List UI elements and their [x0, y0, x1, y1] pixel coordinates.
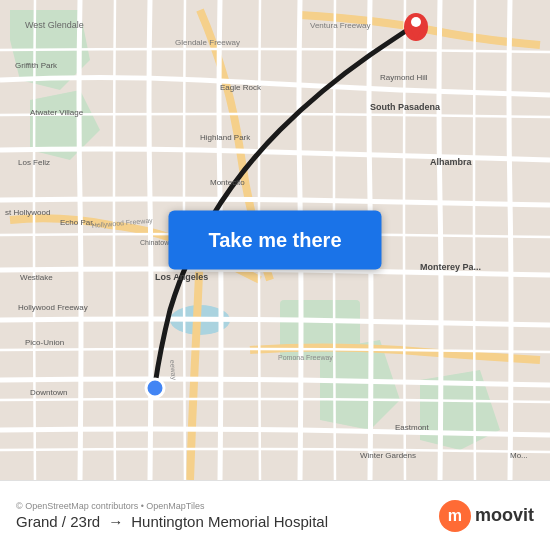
take-me-there-button[interactable]: Take me there: [168, 211, 381, 270]
route-arrow-icon: →: [108, 513, 123, 530]
svg-text:Montecito: Montecito: [210, 178, 245, 187]
footer-left: © OpenStreetMap contributors • OpenMapTi…: [16, 501, 328, 530]
svg-text:Los Angeles: Los Angeles: [155, 272, 208, 282]
destination-label: Huntington Memorial Hospital: [131, 513, 328, 530]
moovit-logo: m moovit: [439, 500, 534, 532]
svg-text:Winter Gardens: Winter Gardens: [360, 451, 416, 460]
svg-text:Raymond Hill: Raymond Hill: [380, 73, 428, 82]
svg-text:Atwater Village: Atwater Village: [30, 108, 84, 117]
route-info: Grand / 23rd → Huntington Memorial Hospi…: [16, 513, 328, 530]
svg-text:Mo...: Mo...: [510, 451, 528, 460]
svg-text:Glendale Freeway: Glendale Freeway: [175, 38, 240, 47]
svg-text:Alhambra: Alhambra: [430, 157, 473, 167]
svg-text:Los Feliz: Los Feliz: [18, 158, 50, 167]
svg-text:Eagle Rock: Eagle Rock: [220, 83, 262, 92]
svg-text:st Hollywood: st Hollywood: [5, 208, 50, 217]
svg-point-34: [146, 379, 164, 397]
svg-text:Griffith Park: Griffith Park: [15, 61, 58, 70]
moovit-brand-name: moovit: [475, 505, 534, 526]
moovit-icon: m: [439, 500, 471, 532]
svg-text:Pomona Freeway: Pomona Freeway: [278, 354, 333, 362]
svg-text:Eastmont: Eastmont: [395, 423, 430, 432]
svg-text:Monterey Pa...: Monterey Pa...: [420, 262, 481, 272]
svg-text:South Pasadena: South Pasadena: [370, 102, 441, 112]
svg-point-37: [411, 17, 421, 27]
svg-text:Highland Park: Highland Park: [200, 133, 251, 142]
map-attribution: © OpenStreetMap contributors • OpenMapTi…: [16, 501, 328, 511]
footer: © OpenStreetMap contributors • OpenMapTi…: [0, 480, 550, 550]
svg-text:Downtown: Downtown: [30, 388, 67, 397]
svg-text:Ventura Freeway: Ventura Freeway: [310, 21, 370, 30]
svg-text:Pico-Union: Pico-Union: [25, 338, 64, 347]
map-container: West Glendale Griffith Park Atwater Vill…: [0, 0, 550, 480]
svg-text:West Glendale: West Glendale: [25, 20, 84, 30]
svg-text:Westlake: Westlake: [20, 273, 53, 282]
origin-label: Grand / 23rd: [16, 513, 100, 530]
svg-text:Hollywood Freeway: Hollywood Freeway: [18, 303, 88, 312]
